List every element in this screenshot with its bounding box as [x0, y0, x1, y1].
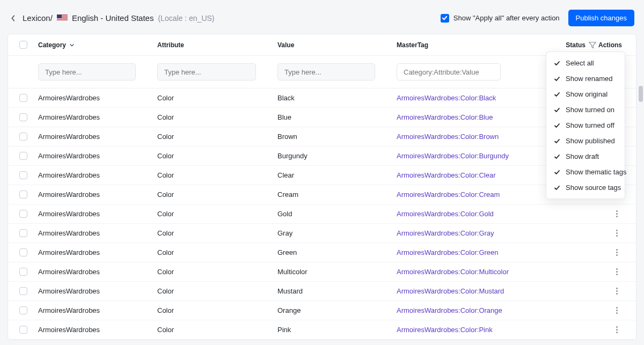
filter-row: [8, 56, 636, 89]
status-filter-option-label: Show thematic tags: [566, 168, 626, 176]
row-checkbox[interactable]: [19, 94, 27, 102]
cell-value: Gold: [277, 210, 397, 218]
cell-value: Cream: [277, 190, 397, 199]
check-icon: [554, 107, 560, 113]
col-mastertag[interactable]: MasterTag: [397, 41, 534, 49]
row-actions-menu[interactable]: [614, 285, 620, 297]
col-mastertag-label: MasterTag: [397, 41, 428, 49]
check-icon: [554, 122, 560, 129]
topbar: Lexicon/ English - United States (Locale…: [8, 6, 636, 34]
table-row: ArmoiresWardrobes Color Burgundy Armoire…: [8, 146, 636, 166]
check-icon: [554, 138, 560, 144]
table-row: ArmoiresWardrobes Color Pink ArmoiresWar…: [8, 320, 636, 340]
cell-attribute: Color: [157, 152, 277, 160]
cell-mastertag[interactable]: ArmoiresWardrobes:Color:Orange: [397, 306, 534, 314]
scrollbar-thumb[interactable]: [639, 86, 643, 102]
cell-mastertag[interactable]: ArmoiresWardrobes:Color:Brown: [397, 133, 534, 141]
status-filter-option[interactable]: Show source tags: [546, 180, 625, 195]
row-checkbox[interactable]: [19, 287, 27, 295]
status-filter-option[interactable]: Show turned off: [546, 118, 625, 133]
status-filter-option[interactable]: Show turned on: [546, 102, 625, 118]
cell-value: Orange: [277, 306, 397, 314]
status-filter-option[interactable]: Select all: [546, 55, 625, 71]
select-all-checkbox[interactable]: [19, 41, 27, 49]
cell-mastertag[interactable]: ArmoiresWardrobes:Color:Blue: [397, 113, 534, 121]
cell-mastertag[interactable]: ArmoiresWardrobes:Color:Burgundy: [397, 152, 534, 160]
table-body: ArmoiresWardrobes Color Black ArmoiresWa…: [8, 89, 636, 340]
cell-attribute: Color: [157, 133, 277, 141]
publish-button[interactable]: Publish changes: [568, 10, 634, 26]
col-value[interactable]: Value: [277, 41, 397, 49]
status-filter-option-label: Show draft: [566, 152, 599, 160]
col-category[interactable]: Category: [38, 41, 157, 49]
cell-mastertag[interactable]: ArmoiresWardrobes:Color:Black: [397, 94, 534, 102]
row-checkbox[interactable]: [19, 326, 27, 334]
row-actions-menu[interactable]: [614, 227, 620, 239]
svg-marker-0: [589, 42, 596, 48]
cell-mastertag[interactable]: ArmoiresWardrobes:Color:Green: [397, 248, 534, 256]
col-status[interactable]: Status: [534, 41, 598, 49]
cell-attribute: Color: [157, 190, 277, 199]
cell-mastertag[interactable]: ArmoiresWardrobes:Color:Gray: [397, 229, 534, 237]
row-checkbox[interactable]: [19, 113, 27, 121]
row-checkbox[interactable]: [19, 152, 27, 160]
status-filter-option-label: Show source tags: [566, 183, 621, 192]
row-checkbox[interactable]: [19, 248, 27, 256]
table-row: ArmoiresWardrobes Color Blue ArmoiresWar…: [8, 108, 636, 127]
row-actions-menu[interactable]: [614, 208, 620, 219]
cell-category: ArmoiresWardrobes: [38, 152, 157, 160]
row-checkbox[interactable]: [19, 229, 27, 237]
cell-value: Green: [277, 248, 397, 256]
table-row: ArmoiresWardrobes Color Clear ArmoiresWa…: [8, 166, 636, 185]
cell-mastertag[interactable]: ArmoiresWardrobes:Color:Pink: [397, 326, 534, 334]
mastertag-filter-input[interactable]: [397, 63, 501, 80]
cell-category: ArmoiresWardrobes: [38, 94, 157, 102]
cell-value: Blue: [277, 113, 397, 121]
status-filter-option[interactable]: Show original: [546, 86, 625, 102]
checkbox-checked-icon[interactable]: [441, 14, 449, 23]
apply-all-toggle[interactable]: Show "Apply all" after every action: [441, 14, 560, 23]
col-category-label: Category: [38, 41, 66, 49]
value-filter-input[interactable]: [277, 63, 375, 80]
cell-mastertag[interactable]: ArmoiresWardrobes:Color:Gold: [397, 210, 534, 218]
category-filter-input[interactable]: [38, 63, 136, 80]
cell-attribute: Color: [157, 287, 277, 295]
filter-icon[interactable]: [589, 41, 596, 49]
row-actions-menu[interactable]: [614, 266, 620, 277]
row-checkbox[interactable]: [19, 171, 27, 179]
attribute-filter-input[interactable]: [157, 63, 256, 80]
row-actions-menu[interactable]: [614, 305, 620, 316]
col-attribute[interactable]: Attribute: [157, 41, 277, 49]
cell-category: ArmoiresWardrobes: [38, 268, 157, 276]
cell-attribute: Color: [157, 210, 277, 218]
status-filter-option[interactable]: Show renamed: [546, 71, 625, 86]
flag-us-icon: [57, 14, 68, 21]
table-row: ArmoiresWardrobes Color Gold ArmoiresWar…: [8, 204, 636, 224]
status-filter-option-label: Select all: [566, 59, 594, 67]
check-icon: [554, 76, 560, 82]
row-actions-menu[interactable]: [614, 247, 620, 258]
col-status-label: Status: [566, 41, 586, 49]
cell-mastertag[interactable]: ArmoiresWardrobes:Color:Mustard: [397, 287, 534, 295]
cell-mastertag[interactable]: ArmoiresWardrobes:Color:Multicolor: [397, 268, 534, 276]
cell-mastertag[interactable]: ArmoiresWardrobes:Color:Cream: [397, 190, 534, 199]
row-checkbox[interactable]: [19, 306, 27, 314]
row-checkbox[interactable]: [19, 210, 27, 218]
row-checkbox[interactable]: [19, 133, 27, 141]
row-checkbox[interactable]: [19, 190, 27, 199]
back-button[interactable]: [10, 14, 17, 22]
cell-attribute: Color: [157, 171, 277, 179]
status-filter-option[interactable]: Show thematic tags: [546, 164, 625, 180]
cell-value: Burgundy: [277, 152, 397, 160]
col-actions-label: Actions: [598, 41, 622, 49]
status-filter-option[interactable]: Show published: [546, 133, 625, 149]
cell-mastertag[interactable]: ArmoiresWardrobes:Color:Clear: [397, 171, 534, 179]
table-row: ArmoiresWardrobes Color Multicolor Armoi…: [8, 262, 636, 282]
row-actions-menu[interactable]: [614, 324, 620, 335]
table-header: Category Attribute Value MasterTag Statu…: [8, 34, 636, 56]
breadcrumb-root[interactable]: Lexicon/: [23, 13, 53, 23]
cell-value: Mustard: [277, 287, 397, 295]
row-checkbox[interactable]: [19, 268, 27, 276]
status-filter-option[interactable]: Show draft: [546, 149, 625, 164]
cell-category: ArmoiresWardrobes: [38, 229, 157, 237]
